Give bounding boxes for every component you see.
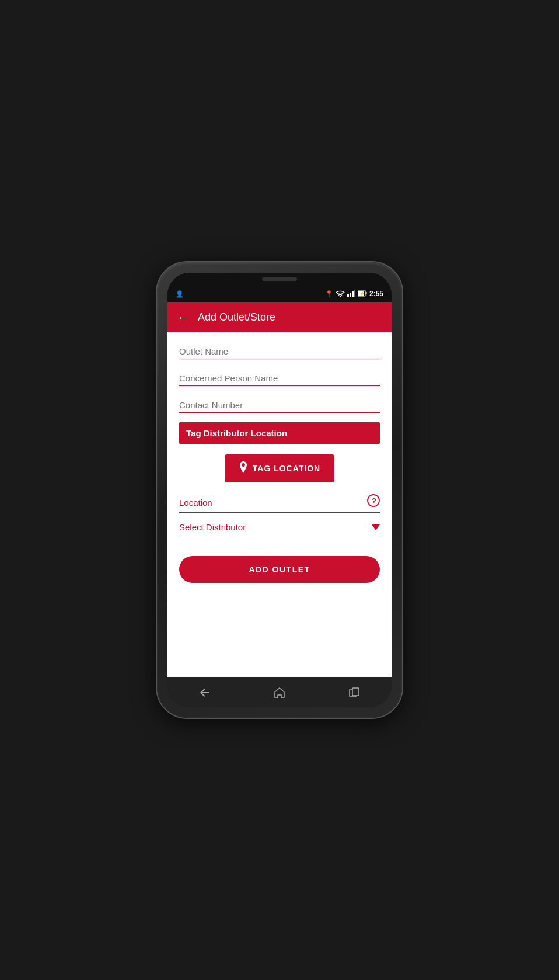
- location-field-row: Location ?: [179, 494, 380, 513]
- app-content: Tag Distributor Location TAG LOCATION Lo…: [167, 332, 392, 677]
- svg-point-0: [340, 296, 341, 297]
- speaker-bar: [167, 273, 392, 286]
- back-button[interactable]: ←: [177, 311, 188, 324]
- form-area: Tag Distributor Location TAG LOCATION Lo…: [167, 332, 392, 677]
- svg-text:?: ?: [372, 496, 376, 505]
- location-status-icon: 📍: [325, 290, 333, 298]
- concerned-person-input[interactable]: [179, 373, 380, 383]
- app-bar-title: Add Outlet/Store: [198, 311, 275, 324]
- concerned-person-field: [179, 369, 380, 386]
- svg-rect-6: [365, 292, 366, 295]
- nav-recents-button[interactable]: [340, 682, 369, 703]
- nav-back-button[interactable]: [190, 682, 219, 703]
- svg-text:⚡: ⚡: [359, 291, 365, 296]
- contact-number-field: [179, 395, 380, 413]
- wifi-status-icon: [336, 290, 345, 298]
- svg-rect-4: [354, 290, 355, 297]
- select-distributor-row[interactable]: Select Distributor: [179, 522, 380, 537]
- help-icon[interactable]: ?: [367, 494, 380, 510]
- outlet-name-input[interactable]: [179, 346, 380, 356]
- add-outlet-button[interactable]: ADD OUTLET: [179, 556, 380, 583]
- pin-icon: [239, 461, 248, 475]
- status-time: 2:55: [369, 290, 383, 298]
- select-distributor-label: Select Distributor: [179, 522, 372, 532]
- status-left: 👤: [176, 290, 184, 298]
- phone-screen: 👤 📍: [167, 273, 392, 707]
- tag-location-label: TAG LOCATION: [253, 464, 320, 473]
- status-bar: 👤 📍: [167, 286, 392, 302]
- contact-number-input[interactable]: [179, 400, 380, 410]
- svg-rect-3: [352, 291, 354, 297]
- nav-bar: [167, 677, 392, 707]
- dropdown-arrow-icon: [372, 523, 380, 532]
- phone-device: 👤 📍: [157, 262, 402, 718]
- nav-home-button[interactable]: [265, 682, 294, 703]
- speaker-slot: [262, 277, 297, 281]
- outlet-name-field: [179, 342, 380, 359]
- status-right: 📍: [325, 290, 383, 298]
- tag-distributor-header: Tag Distributor Location: [179, 422, 380, 444]
- tag-location-button[interactable]: TAG LOCATION: [225, 454, 334, 482]
- user-status-icon: 👤: [176, 290, 184, 298]
- battery-status-icon: ⚡: [358, 290, 367, 298]
- svg-rect-12: [352, 688, 359, 696]
- signal-status-icon: [347, 290, 355, 298]
- svg-rect-1: [347, 294, 349, 297]
- svg-rect-2: [350, 293, 351, 297]
- location-label: Location: [179, 498, 362, 510]
- app-bar: ← Add Outlet/Store: [167, 302, 392, 332]
